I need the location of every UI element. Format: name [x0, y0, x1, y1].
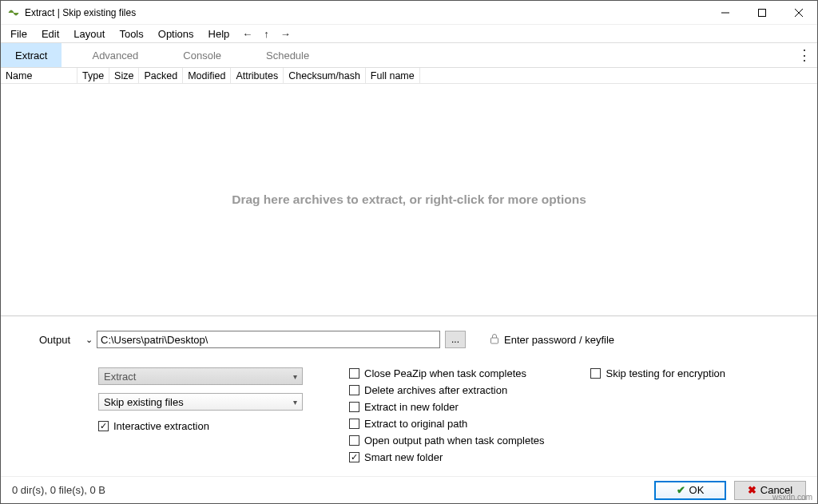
caret-down-icon: ▾: [293, 398, 297, 407]
drop-area[interactable]: Drag here archives to extract, or right-…: [1, 84, 817, 315]
interactive-checkbox[interactable]: [98, 421, 109, 431]
x-icon: ✖: [748, 484, 756, 496]
ok-label: OK: [689, 484, 705, 496]
menu-file[interactable]: File: [4, 26, 34, 42]
new-folder-checkbox[interactable]: [349, 402, 359, 412]
menu-help[interactable]: Help: [202, 26, 236, 42]
col-size[interactable]: Size: [109, 68, 139, 83]
tabbar: Extract Advanced Console Schedule ⋮: [1, 42, 817, 68]
new-folder-label: Extract in new folder: [364, 401, 459, 413]
lock-icon: [490, 333, 499, 347]
extract-mode-value: Extract: [104, 371, 136, 383]
nav-up-icon[interactable]: ↑: [259, 26, 274, 42]
menu-layout[interactable]: Layout: [67, 26, 111, 42]
menu-tools[interactable]: Tools: [113, 26, 149, 42]
existing-files-select[interactable]: Skip existing files ▾: [98, 393, 303, 411]
col-attributes[interactable]: Attributes: [231, 68, 284, 83]
col-fullname[interactable]: Full name: [366, 68, 420, 83]
close-button[interactable]: [780, 1, 817, 24]
window-title: Extract | Skip existing files: [25, 7, 707, 18]
col-type[interactable]: Type: [77, 68, 109, 83]
menu-edit[interactable]: Edit: [35, 26, 66, 42]
close-peazip-checkbox[interactable]: [349, 368, 359, 379]
password-label: Enter password / keyfile: [504, 334, 614, 346]
tab-extract[interactable]: Extract: [1, 43, 62, 67]
tab-advanced[interactable]: Advanced: [77, 43, 153, 67]
nav-forward-icon[interactable]: →: [276, 26, 296, 42]
statusbar: 0 dir(s), 0 file(s), 0 B ✔ OK ✖ Cancel: [1, 476, 817, 503]
browse-button[interactable]: ...: [445, 331, 466, 348]
close-peazip-label: Close PeaZip when task completes: [364, 367, 526, 379]
skip-testing-label: Skip testing for encryption: [606, 367, 725, 379]
delete-after-label: Delete archives after extraction: [364, 384, 507, 396]
options-panel: Output ⌄ ... Enter password / keyfile Ex…: [1, 316, 817, 476]
menu-options[interactable]: Options: [152, 26, 201, 42]
interactive-label: Interactive extraction: [113, 420, 209, 432]
original-path-label: Extract to original path: [364, 418, 467, 430]
svg-rect-4: [491, 338, 498, 343]
col-packed[interactable]: Packed: [139, 68, 183, 83]
maximize-button[interactable]: [744, 1, 780, 24]
extract-mode-select[interactable]: Extract ▾: [98, 367, 303, 385]
skip-testing-checkbox[interactable]: [590, 368, 601, 379]
original-path-checkbox[interactable]: [349, 419, 359, 429]
output-path-input[interactable]: [97, 331, 440, 348]
tab-schedule[interactable]: Schedule: [252, 43, 324, 67]
col-checksum[interactable]: Checksum/hash: [284, 68, 366, 83]
chevron-down-icon[interactable]: ⌄: [81, 335, 97, 345]
tab-console[interactable]: Console: [169, 43, 236, 67]
more-icon[interactable]: ⋮: [792, 43, 817, 67]
nav-back-icon[interactable]: ←: [237, 26, 257, 42]
password-button[interactable]: Enter password / keyfile: [490, 333, 614, 347]
watermark: wsxdn.com: [772, 493, 812, 502]
caret-down-icon: ▾: [293, 372, 297, 381]
svg-rect-1: [759, 9, 766, 16]
titlebar: Extract | Skip existing files: [1, 1, 817, 25]
open-output-label: Open output path when task completes: [364, 435, 544, 446]
col-name[interactable]: Name: [1, 68, 77, 83]
status-text: 0 dir(s), 0 file(s), 0 B: [12, 484, 646, 496]
check-icon: ✔: [677, 484, 685, 496]
existing-files-value: Skip existing files: [104, 396, 184, 408]
minimize-button[interactable]: [707, 1, 744, 24]
col-modified[interactable]: Modified: [183, 68, 231, 83]
column-headers: Name Type Size Packed Modified Attribute…: [1, 68, 817, 84]
output-label: Output: [39, 334, 81, 346]
app-icon: [7, 6, 20, 19]
smart-folder-checkbox[interactable]: [349, 452, 359, 462]
ok-button[interactable]: ✔ OK: [654, 481, 726, 500]
open-output-checkbox[interactable]: [349, 435, 359, 446]
delete-after-checkbox[interactable]: [349, 385, 359, 395]
menubar: File Edit Layout Tools Options Help ← ↑ …: [1, 25, 817, 42]
smart-folder-label: Smart new folder: [364, 451, 443, 463]
